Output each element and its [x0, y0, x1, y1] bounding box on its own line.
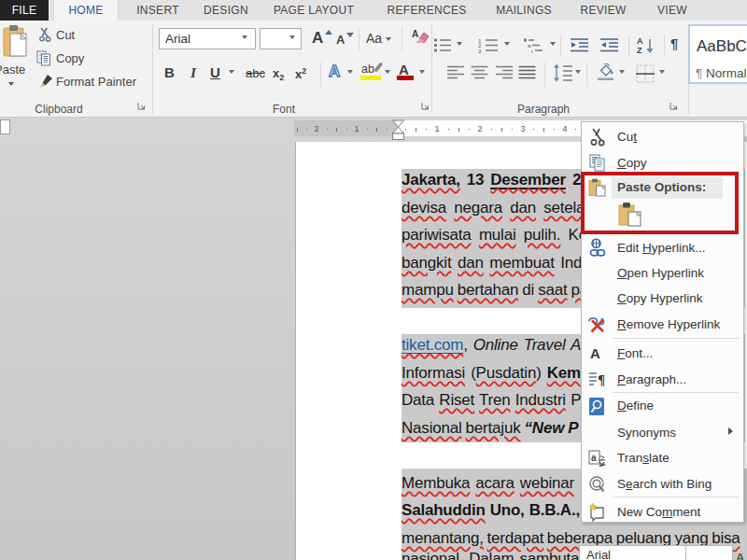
svg-text:a: a: [591, 453, 597, 463]
svg-text:A: A: [637, 36, 643, 46]
svg-text:3: 3: [478, 49, 482, 54]
svg-text:¶: ¶: [598, 372, 605, 387]
svg-text:Z: Z: [637, 46, 642, 54]
svg-text:i: i: [531, 49, 532, 54]
